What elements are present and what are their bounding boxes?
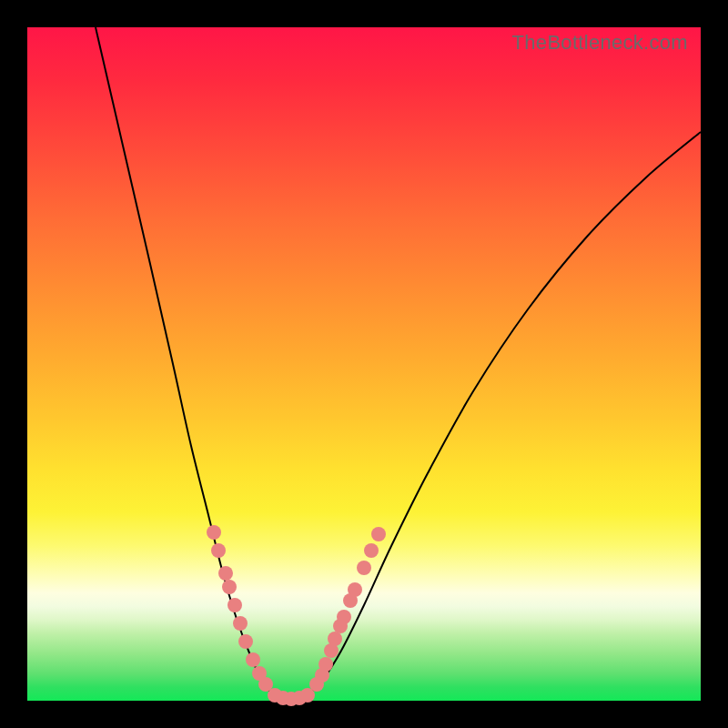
bottleneck-curve [96, 27, 701, 701]
data-marker [348, 582, 362, 597]
data-marker [337, 610, 351, 624]
data-marker [300, 688, 315, 703]
data-marker [228, 598, 242, 612]
data-marker [364, 543, 379, 558]
chart-frame: TheBottleneck.com [0, 0, 728, 728]
data-marker [211, 543, 226, 558]
data-marker [371, 527, 386, 541]
data-marker [218, 566, 233, 581]
plot-area: TheBottleneck.com [27, 27, 701, 701]
data-marker [318, 657, 333, 672]
data-marker [222, 580, 237, 594]
data-marker [233, 616, 248, 631]
curve-svg [27, 27, 701, 701]
data-marker [238, 634, 253, 649]
data-marker [207, 525, 221, 540]
data-marker [328, 632, 342, 646]
data-marker [357, 561, 371, 575]
data-marker [246, 652, 260, 667]
